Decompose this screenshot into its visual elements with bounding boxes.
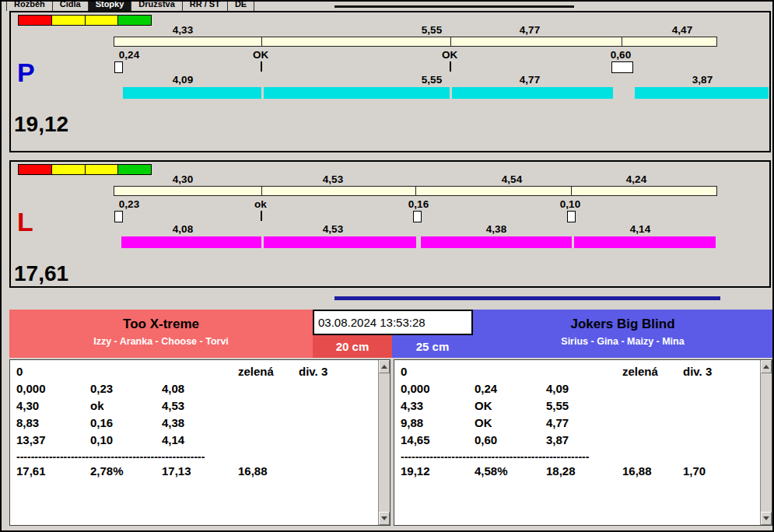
reference-time: 16,88	[238, 464, 299, 481]
right-result-panel: 0 zelená div. 3 0,000 0,24 4,09 4,33 OK …	[394, 359, 772, 526]
vertical-scrollbar[interactable]	[378, 360, 390, 525]
segment-time-label: 4,30	[173, 173, 193, 185]
percent-value: 4,58%	[475, 464, 546, 481]
result-first-row: 0 zelená div. 3	[401, 365, 761, 382]
run-time-label: 4,09	[173, 74, 193, 86]
change-time-label: 0,24	[119, 49, 139, 61]
tab-rozbeh[interactable]: Rozběh	[6, 2, 52, 11]
scroll-down-button[interactable]	[761, 512, 772, 525]
summary-row: 17,61 2,78% 17,13 16,88	[16, 464, 379, 481]
run-bar-segment	[452, 87, 613, 99]
start-value: 0	[401, 365, 475, 382]
run-time-label: 5,55	[422, 74, 442, 86]
result-row: 0,000 0,24 4,09	[401, 382, 761, 399]
division-label: div. 3	[299, 365, 379, 382]
run-bar-segment	[635, 87, 769, 99]
result-row: 4,33 OK 5,55	[401, 399, 761, 416]
segment-time-label: 4,53	[323, 173, 343, 185]
result-row: 9,88 OK 4,77	[401, 416, 761, 433]
down-arrow-icon	[381, 516, 387, 520]
run-time-label: 3,87	[692, 74, 713, 86]
run-bar	[11, 236, 769, 248]
split-track-bar	[114, 37, 717, 47]
change-time-label: OK	[253, 49, 268, 61]
lane-total-time: 17,61	[14, 261, 68, 286]
segment-time-label: 5,55	[422, 24, 442, 36]
run-bar	[11, 87, 769, 99]
timestamp: 03.08.2024 13:53:28	[313, 310, 473, 335]
result-row: 14,65 0,60 3,87	[401, 433, 761, 450]
team-dogs: Izzy - Aranka - Choose - Torvi	[9, 332, 313, 347]
change-marker-box	[413, 211, 422, 222]
lane-letter: L	[17, 207, 33, 237]
tab-druzstva[interactable]: Družstva	[131, 2, 181, 11]
vertical-scrollbar[interactable]	[760, 360, 772, 525]
app-window: Rozběh Čidla Stopky Družstva RR / ST DE …	[0, 0, 774, 532]
run-times-row: 4,08 4,53 4,38 4,14	[11, 223, 769, 235]
change-time-label: 0,60	[611, 49, 631, 61]
run-bar-segment	[121, 236, 261, 248]
split-divider	[261, 37, 262, 46]
change-marker-box	[611, 61, 633, 73]
result-row: 4,30 ok 4,53	[16, 399, 379, 416]
team-name: Too X-treme	[9, 310, 313, 332]
team-left-header: Too X-treme Izzy - Aranka - Choose - Tor…	[9, 310, 313, 358]
segment-times-row: 4,30 4,53 4,54 4,24	[11, 173, 769, 185]
left-result-content: 0 zelená div. 3 0,000 0,23 4,08 4,30 ok …	[10, 360, 379, 525]
change-tick-mark	[261, 61, 262, 72]
change-times-row: 0,24 OK OK 0,60	[11, 49, 769, 61]
segment-time-label: 4,24	[626, 173, 646, 185]
segment-time-label: 4,77	[520, 24, 540, 36]
change-time-label: 0,10	[560, 198, 580, 210]
card-status: zelená	[238, 365, 299, 382]
run-time-label: 4,77	[520, 74, 540, 86]
change-tick-mark	[450, 61, 451, 72]
run-bar-segment	[264, 236, 416, 248]
split-divider	[571, 187, 572, 195]
run-bar-segment	[574, 236, 716, 248]
right-result-content: 0 zelená div. 3 0,000 0,24 4,09 4,33 OK …	[394, 360, 761, 525]
scroll-down-button[interactable]	[379, 512, 390, 525]
split-divider	[622, 37, 622, 46]
reference-time: 16,88	[622, 464, 683, 481]
team-name: Jokers Big Blind	[473, 310, 772, 332]
start-marker-box	[114, 61, 123, 73]
result-row: 13,37 0,10 4,14	[16, 433, 379, 450]
height-class-left: 20 cm	[313, 335, 392, 358]
lane-total-time: 19,12	[14, 112, 68, 137]
diff-time: 1,70	[683, 464, 761, 481]
change-time-label: 0,16	[408, 198, 429, 210]
center-info: 03.08.2024 13:53:28 20 cm 25 cm	[313, 310, 473, 358]
card-status: zelená	[622, 365, 683, 382]
team-right-header: Jokers Big Blind Sirius - Gina - Maizy -…	[473, 310, 772, 358]
tab-rr-st[interactable]: RR / ST	[182, 2, 227, 11]
tab-de[interactable]: DE	[227, 2, 254, 11]
run-time-label: 4,38	[486, 223, 506, 235]
up-arrow-icon	[381, 365, 387, 369]
tab-cidla[interactable]: Čidla	[52, 2, 88, 11]
net-time: 18,28	[546, 464, 622, 481]
lane-right-panel: 4,33 5,55 4,77 4,47 0,24 OK OK 0,60 4,09…	[9, 11, 771, 152]
start-marker-box	[114, 211, 123, 222]
separator-line: ----------------------------------------…	[16, 450, 379, 464]
tab-strip: Rozběh Čidla Stopky Družstva RR / ST DE	[6, 2, 254, 11]
run-time-label: 4,08	[173, 223, 193, 235]
diff-time	[299, 464, 379, 481]
segment-time-label: 4,54	[502, 173, 522, 185]
tab-stopky[interactable]: Stopky	[88, 2, 131, 11]
summary-row: 19,12 4,58% 18,28 16,88 1,70	[401, 464, 761, 481]
scroll-up-button[interactable]	[379, 360, 390, 373]
toolbar-divider	[334, 5, 574, 8]
segment-times-row: 4,33 5,55 4,77 4,47	[11, 24, 769, 36]
up-arrow-icon	[763, 365, 769, 369]
scroll-up-button[interactable]	[761, 360, 772, 373]
run-bar-segment	[123, 87, 261, 99]
height-classes-row: 20 cm 25 cm	[313, 335, 473, 358]
segment-time-label: 4,47	[672, 24, 692, 36]
change-times-row: 0,23 ok 0,16 0,10	[11, 198, 769, 210]
run-time-label: 4,14	[630, 223, 650, 235]
run-bar-segment	[421, 236, 572, 248]
height-class-right: 25 cm	[392, 335, 473, 358]
run-time-label: 4,53	[323, 223, 343, 235]
start-value: 0	[16, 365, 90, 382]
